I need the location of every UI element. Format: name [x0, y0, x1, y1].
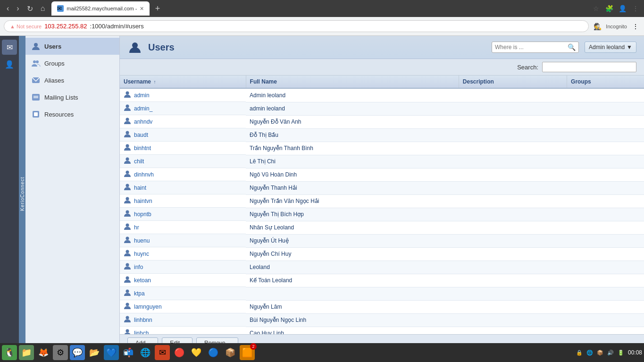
where-is-input[interactable]: [495, 44, 566, 51]
star-icon[interactable]: ☆: [591, 4, 601, 13]
where-is-search-icon[interactable]: 🔍: [568, 43, 576, 51]
username-link[interactable]: chilt: [134, 158, 144, 165]
username-link[interactable]: lamnguyen: [134, 303, 162, 310]
table-row[interactable]: dinhnvhNgô Vũ Hoàn Dinh: [120, 168, 644, 181]
browser-chrome: ‹ › ↻ ⌂ ✉ mail25582.maychuemail.com - × …: [0, 0, 644, 17]
username-link[interactable]: dinhnvh: [134, 171, 154, 178]
new-tab-button[interactable]: +: [155, 4, 160, 14]
cell-groups: [567, 194, 644, 208]
forward-button[interactable]: ›: [14, 3, 22, 14]
taskbar-icon-5[interactable]: 📂: [87, 345, 102, 360]
taskbar: 🐧 📁 🦊 ⚙ 💬 📂 💙 📬 🌐 ✉ 🔴 💛 🔵 📦 🟧 2 🔒 🌐 📦 🔊 …: [0, 343, 644, 362]
table-row[interactable]: lamnguyenNguyễn Lâm: [120, 300, 644, 313]
username-link[interactable]: hopntb: [134, 211, 151, 218]
sidebar-item-groups[interactable]: Groups: [25, 55, 119, 72]
home-button[interactable]: ⌂: [38, 3, 48, 14]
extension-icon[interactable]: 🧩: [604, 4, 614, 13]
taskbar-icon-1[interactable]: 📁: [19, 345, 34, 360]
taskbar-icon-2[interactable]: 🦊: [36, 345, 51, 360]
username-link[interactable]: ktpa: [134, 290, 145, 297]
table-row[interactable]: infoLeoland: [120, 261, 644, 274]
table-row[interactable]: hopntbNguyễn Thị Bích Hợp: [120, 208, 644, 221]
table-row[interactable]: haintvnNguyễn Trần Văn Ngọc Hải: [120, 194, 644, 208]
browser-menu-icon[interactable]: ⋮: [631, 22, 640, 31]
username-link[interactable]: binhtnt: [134, 145, 151, 152]
username-link[interactable]: info: [134, 264, 143, 270]
sidebar-item-resources[interactable]: Resources: [25, 106, 119, 123]
cell-description: [459, 88, 567, 102]
table-row[interactable]: adminAdmin leoland: [120, 88, 644, 102]
table-row[interactable]: binhtntTrần Nguyễn Thanh Bình: [120, 142, 644, 155]
admin-dropdown[interactable]: Admin leoland ▼: [585, 42, 636, 53]
username-link[interactable]: baudt: [134, 132, 148, 138]
table-row[interactable]: ketoanKế Toán Leoland: [120, 274, 644, 287]
sidebar-item-users[interactable]: Users: [25, 38, 119, 55]
sys-volume-icon[interactable]: 🔊: [607, 350, 614, 356]
taskbar-icon-10[interactable]: 🔴: [172, 345, 187, 360]
taskbar-icon-13[interactable]: 📦: [223, 345, 238, 360]
taskbar-icon-14[interactable]: 🟧 2: [240, 345, 255, 360]
table-row[interactable]: linhbnnBùi Nguyễn Ngọc Linh: [120, 313, 644, 327]
taskbar-icon-6[interactable]: 💙: [104, 345, 119, 360]
col-description[interactable]: Description: [459, 76, 567, 88]
svg-point-11: [126, 105, 129, 108]
back-button[interactable]: ‹: [4, 3, 12, 14]
table-row[interactable]: ktpa: [120, 287, 644, 300]
cell-groups: [567, 313, 644, 327]
table-row[interactable]: huyncNguyễn Chí Huy: [120, 247, 644, 261]
table-row[interactable]: anhndvNguyễn Đỗ Vân Anh: [120, 115, 644, 128]
cell-groups: [567, 168, 644, 181]
cell-fullname: Trần Nguyễn Thanh Bình: [246, 142, 459, 155]
table-row[interactable]: admin_admin leoland: [120, 102, 644, 115]
search-input[interactable]: [542, 62, 636, 72]
cell-fullname: Admin leoland: [246, 88, 459, 102]
taskbar-icon-3[interactable]: ⚙: [53, 345, 68, 360]
taskbar-icon-4[interactable]: 💬: [70, 345, 85, 360]
username-link[interactable]: haint: [134, 185, 146, 191]
col-username[interactable]: Username ↑: [120, 76, 246, 88]
where-is-box[interactable]: 🔍: [492, 42, 579, 53]
username-link[interactable]: linhbnn: [134, 317, 152, 323]
username-link[interactable]: admin: [134, 92, 150, 99]
browser-tab[interactable]: ✉ mail25582.maychuemail.com - ×: [51, 1, 149, 16]
taskbar-icon-11[interactable]: 💛: [189, 345, 204, 360]
taskbar-icon-0[interactable]: 🐧: [2, 345, 17, 360]
svg-point-1: [33, 60, 36, 63]
sidebar-item-mailing-lists[interactable]: Mailing Lists: [25, 89, 119, 106]
svg-point-27: [126, 316, 129, 320]
cell-fullname: Nguyễn Trần Văn Ngọc Hải: [246, 194, 459, 208]
menu-icon[interactable]: ⋮: [631, 4, 640, 13]
username-link[interactable]: huync: [134, 251, 149, 257]
username-link[interactable]: admin_: [134, 105, 152, 112]
cell-description: [459, 142, 567, 155]
cell-username: haint: [120, 181, 246, 194]
sidebar-item-aliases[interactable]: Aliases: [25, 72, 119, 89]
table-row[interactable]: haintNguyễn Thanh Hải: [120, 181, 644, 194]
username-link[interactable]: linhch: [134, 330, 149, 335]
table-row[interactable]: baudtĐỗ Thị Bầu: [120, 128, 644, 142]
table-row[interactable]: linhchCao Huy Linh: [120, 327, 644, 334]
taskbar-icon-12[interactable]: 🔵: [206, 345, 221, 360]
username-link[interactable]: hr: [134, 224, 139, 231]
taskbar-icon-9[interactable]: ✉: [155, 345, 170, 360]
reload-button[interactable]: ↻: [24, 3, 36, 14]
username-link[interactable]: huenu: [134, 237, 150, 244]
col-groups[interactable]: Groups: [567, 76, 644, 88]
col-fullname[interactable]: Full Name: [246, 76, 459, 88]
mail-sidebar-icon[interactable]: ✉: [2, 40, 17, 55]
table-row[interactable]: chiltLê Thị Chi: [120, 155, 644, 168]
taskbar-icon-8[interactable]: 🌐: [138, 345, 153, 360]
table-container[interactable]: Username ↑ Full Name Description Groups: [120, 76, 644, 334]
username-link[interactable]: anhndv: [134, 118, 152, 125]
profile-icon[interactable]: 👤: [618, 4, 627, 13]
username-link[interactable]: haintvn: [134, 198, 152, 204]
tab-close-button[interactable]: ×: [140, 5, 144, 12]
table-row[interactable]: hrNhân Sự Leoland: [120, 221, 644, 234]
sidebar-item-groups-label: Groups: [44, 60, 114, 67]
taskbar-icon-7[interactable]: 📬: [121, 345, 136, 360]
user-row-icon: [124, 302, 131, 311]
address-bar[interactable]: ▲ Not secure 103.252.255.82 :1000/admin/…: [4, 20, 589, 32]
table-row[interactable]: huenuNguyễn Út Huệ: [120, 234, 644, 247]
username-link[interactable]: ketoan: [134, 277, 151, 284]
contacts-sidebar-icon[interactable]: 👤: [2, 57, 17, 72]
